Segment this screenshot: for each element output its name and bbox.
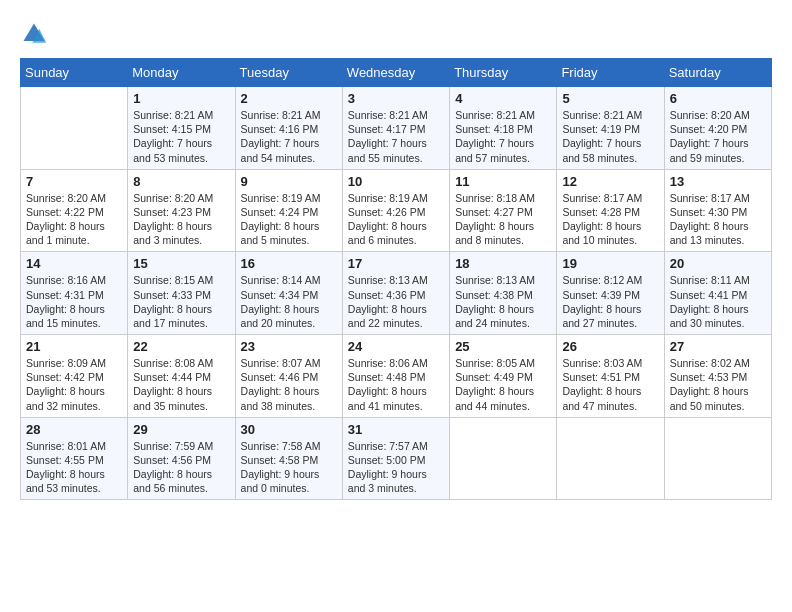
- calendar-cell: 11Sunrise: 8:18 AM Sunset: 4:27 PM Dayli…: [450, 169, 557, 252]
- day-info: Sunrise: 8:13 AM Sunset: 4:36 PM Dayligh…: [348, 273, 444, 330]
- calendar-cell: [557, 417, 664, 500]
- day-info: Sunrise: 8:11 AM Sunset: 4:41 PM Dayligh…: [670, 273, 766, 330]
- day-number: 20: [670, 256, 766, 271]
- day-info: Sunrise: 8:20 AM Sunset: 4:20 PM Dayligh…: [670, 108, 766, 165]
- day-number: 23: [241, 339, 337, 354]
- day-info: Sunrise: 8:16 AM Sunset: 4:31 PM Dayligh…: [26, 273, 122, 330]
- day-number: 18: [455, 256, 551, 271]
- calendar-cell: 26Sunrise: 8:03 AM Sunset: 4:51 PM Dayli…: [557, 335, 664, 418]
- day-number: 25: [455, 339, 551, 354]
- day-info: Sunrise: 8:03 AM Sunset: 4:51 PM Dayligh…: [562, 356, 658, 413]
- calendar-cell: [450, 417, 557, 500]
- day-number: 16: [241, 256, 337, 271]
- day-number: 27: [670, 339, 766, 354]
- calendar-cell: 5Sunrise: 8:21 AM Sunset: 4:19 PM Daylig…: [557, 87, 664, 170]
- calendar-cell: 10Sunrise: 8:19 AM Sunset: 4:26 PM Dayli…: [342, 169, 449, 252]
- calendar-cell: 19Sunrise: 8:12 AM Sunset: 4:39 PM Dayli…: [557, 252, 664, 335]
- calendar-body: 1Sunrise: 8:21 AM Sunset: 4:15 PM Daylig…: [21, 87, 772, 500]
- day-info: Sunrise: 8:02 AM Sunset: 4:53 PM Dayligh…: [670, 356, 766, 413]
- day-info: Sunrise: 8:09 AM Sunset: 4:42 PM Dayligh…: [26, 356, 122, 413]
- day-info: Sunrise: 7:58 AM Sunset: 4:58 PM Dayligh…: [241, 439, 337, 496]
- day-number: 17: [348, 256, 444, 271]
- day-number: 9: [241, 174, 337, 189]
- calendar-cell: 3Sunrise: 8:21 AM Sunset: 4:17 PM Daylig…: [342, 87, 449, 170]
- calendar-cell: 13Sunrise: 8:17 AM Sunset: 4:30 PM Dayli…: [664, 169, 771, 252]
- page-header: [20, 20, 772, 48]
- day-info: Sunrise: 8:21 AM Sunset: 4:17 PM Dayligh…: [348, 108, 444, 165]
- day-number: 2: [241, 91, 337, 106]
- calendar-cell: 2Sunrise: 8:21 AM Sunset: 4:16 PM Daylig…: [235, 87, 342, 170]
- calendar-cell: 23Sunrise: 8:07 AM Sunset: 4:46 PM Dayli…: [235, 335, 342, 418]
- day-info: Sunrise: 8:18 AM Sunset: 4:27 PM Dayligh…: [455, 191, 551, 248]
- day-number: 13: [670, 174, 766, 189]
- calendar-cell: 9Sunrise: 8:19 AM Sunset: 4:24 PM Daylig…: [235, 169, 342, 252]
- calendar-week-row: 1Sunrise: 8:21 AM Sunset: 4:15 PM Daylig…: [21, 87, 772, 170]
- day-number: 6: [670, 91, 766, 106]
- day-number: 28: [26, 422, 122, 437]
- calendar-cell: 29Sunrise: 7:59 AM Sunset: 4:56 PM Dayli…: [128, 417, 235, 500]
- calendar-week-row: 21Sunrise: 8:09 AM Sunset: 4:42 PM Dayli…: [21, 335, 772, 418]
- calendar-week-row: 14Sunrise: 8:16 AM Sunset: 4:31 PM Dayli…: [21, 252, 772, 335]
- calendar-cell: 27Sunrise: 8:02 AM Sunset: 4:53 PM Dayli…: [664, 335, 771, 418]
- day-info: Sunrise: 8:19 AM Sunset: 4:26 PM Dayligh…: [348, 191, 444, 248]
- calendar-table: SundayMondayTuesdayWednesdayThursdayFrid…: [20, 58, 772, 500]
- day-info: Sunrise: 8:17 AM Sunset: 4:30 PM Dayligh…: [670, 191, 766, 248]
- day-info: Sunrise: 8:20 AM Sunset: 4:23 PM Dayligh…: [133, 191, 229, 248]
- logo: [20, 20, 52, 48]
- day-info: Sunrise: 8:21 AM Sunset: 4:16 PM Dayligh…: [241, 108, 337, 165]
- day-number: 5: [562, 91, 658, 106]
- day-info: Sunrise: 8:19 AM Sunset: 4:24 PM Dayligh…: [241, 191, 337, 248]
- day-number: 8: [133, 174, 229, 189]
- day-info: Sunrise: 8:05 AM Sunset: 4:49 PM Dayligh…: [455, 356, 551, 413]
- day-number: 12: [562, 174, 658, 189]
- calendar-cell: 30Sunrise: 7:58 AM Sunset: 4:58 PM Dayli…: [235, 417, 342, 500]
- day-info: Sunrise: 8:06 AM Sunset: 4:48 PM Dayligh…: [348, 356, 444, 413]
- calendar-cell: 1Sunrise: 8:21 AM Sunset: 4:15 PM Daylig…: [128, 87, 235, 170]
- calendar-header: SundayMondayTuesdayWednesdayThursdayFrid…: [21, 59, 772, 87]
- calendar-cell: [664, 417, 771, 500]
- calendar-cell: 4Sunrise: 8:21 AM Sunset: 4:18 PM Daylig…: [450, 87, 557, 170]
- day-info: Sunrise: 8:21 AM Sunset: 4:15 PM Dayligh…: [133, 108, 229, 165]
- day-number: 1: [133, 91, 229, 106]
- weekday-header: Saturday: [664, 59, 771, 87]
- calendar-cell: 8Sunrise: 8:20 AM Sunset: 4:23 PM Daylig…: [128, 169, 235, 252]
- calendar-cell: 17Sunrise: 8:13 AM Sunset: 4:36 PM Dayli…: [342, 252, 449, 335]
- day-number: 3: [348, 91, 444, 106]
- calendar-cell: 16Sunrise: 8:14 AM Sunset: 4:34 PM Dayli…: [235, 252, 342, 335]
- calendar-cell: 22Sunrise: 8:08 AM Sunset: 4:44 PM Dayli…: [128, 335, 235, 418]
- day-number: 7: [26, 174, 122, 189]
- calendar-cell: 12Sunrise: 8:17 AM Sunset: 4:28 PM Dayli…: [557, 169, 664, 252]
- day-number: 19: [562, 256, 658, 271]
- calendar-cell: 25Sunrise: 8:05 AM Sunset: 4:49 PM Dayli…: [450, 335, 557, 418]
- calendar-cell: 14Sunrise: 8:16 AM Sunset: 4:31 PM Dayli…: [21, 252, 128, 335]
- day-info: Sunrise: 8:12 AM Sunset: 4:39 PM Dayligh…: [562, 273, 658, 330]
- day-number: 21: [26, 339, 122, 354]
- weekday-header: Wednesday: [342, 59, 449, 87]
- day-number: 11: [455, 174, 551, 189]
- day-info: Sunrise: 8:01 AM Sunset: 4:55 PM Dayligh…: [26, 439, 122, 496]
- weekday-header: Monday: [128, 59, 235, 87]
- day-info: Sunrise: 8:17 AM Sunset: 4:28 PM Dayligh…: [562, 191, 658, 248]
- day-info: Sunrise: 7:59 AM Sunset: 4:56 PM Dayligh…: [133, 439, 229, 496]
- calendar-cell: 7Sunrise: 8:20 AM Sunset: 4:22 PM Daylig…: [21, 169, 128, 252]
- day-info: Sunrise: 8:13 AM Sunset: 4:38 PM Dayligh…: [455, 273, 551, 330]
- calendar-cell: [21, 87, 128, 170]
- weekday-header: Sunday: [21, 59, 128, 87]
- logo-icon: [20, 20, 48, 48]
- day-number: 22: [133, 339, 229, 354]
- day-number: 29: [133, 422, 229, 437]
- calendar-week-row: 28Sunrise: 8:01 AM Sunset: 4:55 PM Dayli…: [21, 417, 772, 500]
- calendar-week-row: 7Sunrise: 8:20 AM Sunset: 4:22 PM Daylig…: [21, 169, 772, 252]
- day-number: 4: [455, 91, 551, 106]
- day-info: Sunrise: 8:08 AM Sunset: 4:44 PM Dayligh…: [133, 356, 229, 413]
- day-number: 24: [348, 339, 444, 354]
- weekday-header: Tuesday: [235, 59, 342, 87]
- day-number: 14: [26, 256, 122, 271]
- day-number: 15: [133, 256, 229, 271]
- calendar-cell: 31Sunrise: 7:57 AM Sunset: 5:00 PM Dayli…: [342, 417, 449, 500]
- weekday-header: Friday: [557, 59, 664, 87]
- day-info: Sunrise: 8:21 AM Sunset: 4:18 PM Dayligh…: [455, 108, 551, 165]
- day-info: Sunrise: 8:14 AM Sunset: 4:34 PM Dayligh…: [241, 273, 337, 330]
- calendar-cell: 20Sunrise: 8:11 AM Sunset: 4:41 PM Dayli…: [664, 252, 771, 335]
- calendar-cell: 15Sunrise: 8:15 AM Sunset: 4:33 PM Dayli…: [128, 252, 235, 335]
